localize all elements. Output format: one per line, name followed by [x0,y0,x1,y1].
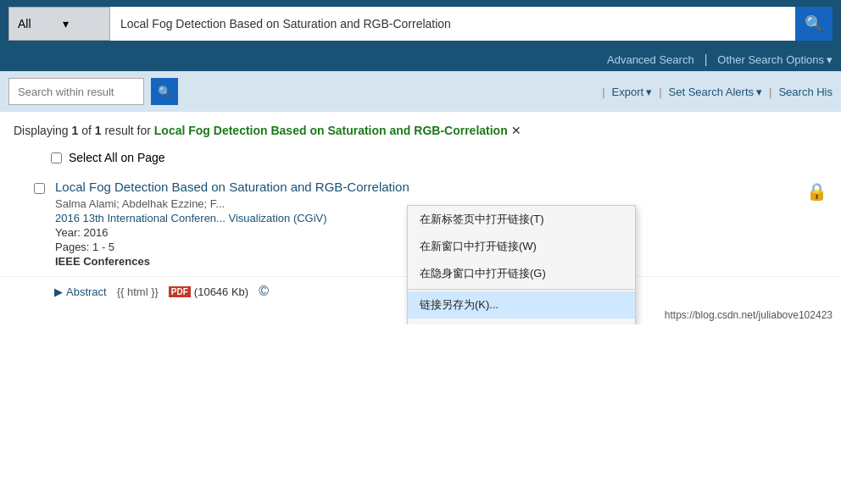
context-menu-item-save-link[interactable]: 链接另存为(K)... [408,291,635,318]
abstract-label: Abstract [66,285,107,298]
alerts-arrow: ▾ [756,86,762,98]
set-alerts-dropdown[interactable]: Set Search Alerts ▾ [669,86,762,98]
clear-search-button[interactable]: ✕ [511,124,521,137]
category-label: All [18,17,56,30]
export-arrow: ▾ [646,86,652,98]
search-history-link[interactable]: Search His [778,86,833,98]
category-dropdown-arrow: ▾ [63,17,101,30]
category-dropdown[interactable]: All ▾ [8,7,110,41]
filter-bar: 🔍 | Export ▾ | Set Search Alerts ▾ | Sea… [0,71,841,112]
top-search-bar: All ▾ 🔍 [0,0,841,47]
result-item: Local Fog Detection Based on Saturation … [0,171,841,277]
result-title-link[interactable]: Local Fog Detection Based on Saturation … [55,180,409,194]
context-menu: 在新标签页中打开链接(T) 在新窗口中打开链接(W) 在隐身窗口中打开链接(G)… [407,205,636,324]
result-title: Local Fog Detection Based on Saturation … [55,180,796,194]
main-search-input[interactable] [110,7,795,41]
context-menu-item-new-window[interactable]: 在新窗口中打开链接(W) [408,233,635,260]
filter-actions: | Export ▾ | Set Search Alerts ▾ | Searc… [599,86,833,98]
context-menu-divider-1 [408,289,635,290]
abstract-button[interactable]: ▶ Abstract [54,285,107,298]
pdf-size: (10646 Kb) [194,285,248,298]
lock-icon: 🔒 [806,181,827,202]
displaying-prefix: Displaying [14,124,71,137]
search-within-input[interactable] [8,78,144,105]
search-within-icon: 🔍 [158,86,172,98]
context-menu-item-copy-link[interactable]: 复制链接地址(E) [408,318,635,324]
other-options-arrow: ▾ [827,53,833,66]
context-menu-item-new-tab[interactable]: 在新标签页中打开链接(T) [408,206,635,233]
main-search-button[interactable]: 🔍 [795,7,833,41]
search-keyword: Local Fog Detection Based on Saturation … [154,124,508,137]
copyright-icon: © [259,284,269,299]
results-info: Displaying 1 of 1 result for Local Fog D… [0,112,841,144]
advanced-search-link[interactable]: Advanced Search [607,53,694,66]
pdf-download[interactable]: PDF (10646 Kb) [169,285,248,298]
adv-separator: | [705,53,708,66]
select-all-label: Select All on Page [69,151,165,164]
select-all-checkbox[interactable] [51,152,62,163]
total-results: 1 [95,124,102,137]
main-search-icon: 🔍 [805,14,823,33]
select-all-row: Select All on Page [0,144,841,171]
other-search-options-link[interactable]: Other Search Options ▾ [717,53,833,66]
result-checkbox[interactable] [34,183,45,194]
advanced-search-bar: Advanced Search | Other Search Options ▾ [0,47,841,71]
abstract-arrow-icon: ▶ [54,285,63,298]
pdf-badge: PDF [169,286,191,297]
export-dropdown[interactable]: Export ▾ [612,86,653,98]
search-within-button[interactable]: 🔍 [151,78,178,105]
context-menu-item-incognito[interactable]: 在隐身窗口中打开链接(G) [408,260,635,287]
result-content: Local Fog Detection Based on Saturation … [55,180,796,268]
html-label: {{ html }} [117,285,159,298]
